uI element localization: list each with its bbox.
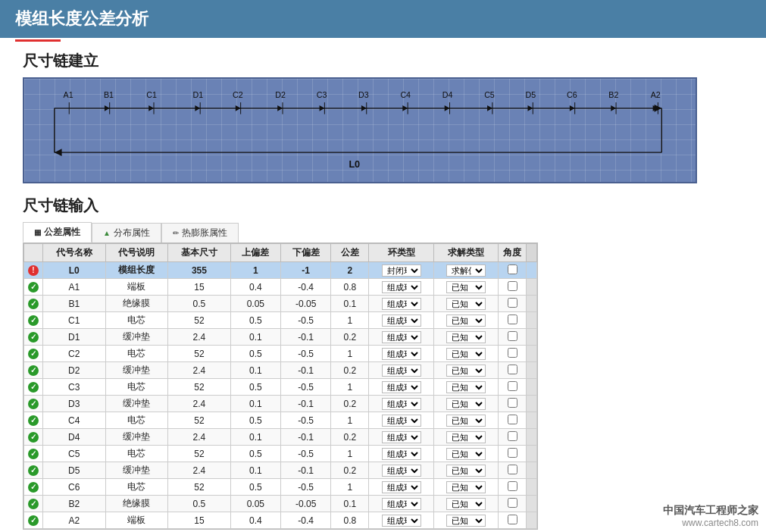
angle-checkbox[interactable] [508,498,517,508]
solve-type-select[interactable]: 已知 [446,481,486,493]
cell-solve-type[interactable]: 已知 [433,412,498,429]
ring-type-select[interactable]: 组成环 [382,515,421,527]
cell-angle[interactable] [499,262,527,279]
cell-angle[interactable] [499,479,527,496]
tab-thermal[interactable]: ✏ 热膨胀属性 [161,223,239,243]
cell-solve-type[interactable]: 已知 [433,446,498,462]
ring-type-select[interactable]: 组成环 [382,465,421,477]
solve-type-select[interactable]: 已知 [446,315,486,327]
cell-angle[interactable] [499,462,527,479]
cell-angle[interactable] [499,312,527,329]
ring-type-select[interactable]: 组成环 [382,348,421,360]
angle-checkbox[interactable] [508,315,517,324]
cell-ring-type[interactable]: 组成环 [369,429,433,446]
angle-checkbox[interactable] [508,481,517,491]
angle-checkbox[interactable] [508,398,517,408]
ring-type-select[interactable]: 组成环 [382,381,421,393]
tab-tolerance[interactable]: ▦ 公差属性 [23,222,92,243]
cell-ring-type[interactable]: 组成环 [369,379,433,396]
cell-angle[interactable] [499,279,527,296]
cell-solve-type[interactable]: 已知 [433,396,498,412]
cell-angle[interactable] [499,362,527,379]
ring-type-select[interactable]: 组成环 [382,315,421,327]
cell-solve-type[interactable]: 求解值 [433,262,498,279]
cell-ring-type[interactable]: 组成环 [369,479,433,496]
ring-type-select[interactable]: 组成环 [382,398,421,410]
solve-type-select[interactable]: 已知 [446,348,486,360]
ring-type-select[interactable]: 组成环 [382,481,421,493]
cell-solve-type[interactable]: 已知 [433,296,498,312]
cell-angle[interactable] [499,429,527,446]
angle-checkbox[interactable] [508,348,517,358]
cell-solve-type[interactable]: 已知 [433,312,498,329]
angle-checkbox[interactable] [508,264,517,274]
ring-type-select[interactable]: 组成环 [382,415,421,427]
cell-solve-type[interactable]: 已知 [433,496,498,512]
angle-checkbox[interactable] [508,448,517,458]
solve-type-select[interactable]: 求解值 [446,264,486,277]
cell-solve-type[interactable]: 已知 [433,379,498,396]
cell-solve-type[interactable]: 已知 [433,329,498,346]
cell-angle[interactable] [499,446,527,462]
ring-type-select[interactable]: 组成环 [382,498,421,510]
ring-type-select[interactable]: 组成环 [382,331,421,343]
ring-type-select[interactable]: 组成环 [382,298,421,310]
ring-type-select[interactable]: 组成环 [382,365,421,377]
solve-type-select[interactable]: 已知 [446,298,486,310]
angle-checkbox[interactable] [508,281,517,291]
cell-ring-type[interactable]: 组成环 [369,346,433,362]
angle-checkbox[interactable] [508,381,517,391]
cell-solve-type[interactable]: 已知 [433,479,498,496]
cell-angle[interactable] [499,412,527,429]
status-icon-green: ✓ [28,399,39,409]
cell-ring-type[interactable]: 组成环 [369,296,433,312]
solve-type-select[interactable]: 已知 [446,331,486,343]
cell-ring-type[interactable]: 组成环 [369,446,433,462]
cell-ring-type[interactable]: 组成环 [369,279,433,296]
solve-type-select[interactable]: 已知 [446,381,486,393]
cell-ring-type[interactable]: 组成环 [369,512,433,529]
cell-angle[interactable] [499,396,527,412]
cell-ring-type[interactable]: 组成环 [369,396,433,412]
cell-solve-type[interactable]: 已知 [433,279,498,296]
cell-solve-type[interactable]: 已知 [433,462,498,479]
cell-ring-type[interactable]: 组成环 [369,462,433,479]
cell-angle[interactable] [499,296,527,312]
angle-checkbox[interactable] [508,298,517,308]
cell-ring-type[interactable]: 组成环 [369,329,433,346]
cell-solve-type[interactable]: 已知 [433,362,498,379]
angle-checkbox[interactable] [508,465,517,474]
solve-type-select[interactable]: 已知 [446,281,486,293]
solve-type-select[interactable]: 已知 [446,448,486,460]
solve-type-select[interactable]: 已知 [446,498,486,510]
angle-checkbox[interactable] [508,415,517,424]
cell-solve-type[interactable]: 已知 [433,512,498,529]
solve-type-select[interactable]: 已知 [446,431,486,443]
angle-checkbox[interactable] [508,331,517,341]
ring-type-select[interactable]: 组成环 [382,431,421,443]
cell-angle[interactable] [499,329,527,346]
cell-solve-type[interactable]: 已知 [433,346,498,362]
cell-ring-type[interactable]: 组成环 [369,496,433,512]
ring-type-select[interactable]: 封闭环 [382,264,421,277]
solve-type-select[interactable]: 已知 [446,398,486,410]
solve-type-select[interactable]: 已知 [446,415,486,427]
cell-ring-type[interactable]: 组成环 [369,312,433,329]
ring-type-select[interactable]: 组成环 [382,281,421,293]
cell-angle[interactable] [499,379,527,396]
cell-solve-type[interactable]: 已知 [433,429,498,446]
cell-angle[interactable] [499,496,527,512]
cell-ring-type[interactable]: 组成环 [369,362,433,379]
cell-ring-type[interactable]: 组成环 [369,412,433,429]
angle-checkbox[interactable] [508,431,517,441]
cell-angle[interactable] [499,512,527,529]
solve-type-select[interactable]: 已知 [446,465,486,477]
cell-ring-type[interactable]: 封闭环 [369,262,433,279]
tab-distribution[interactable]: ▲ 分布属性 [92,223,161,243]
solve-type-select[interactable]: 已知 [446,515,486,527]
solve-type-select[interactable]: 已知 [446,365,486,377]
cell-angle[interactable] [499,346,527,362]
angle-checkbox[interactable] [508,365,517,374]
angle-checkbox[interactable] [508,515,517,524]
ring-type-select[interactable]: 组成环 [382,448,421,460]
